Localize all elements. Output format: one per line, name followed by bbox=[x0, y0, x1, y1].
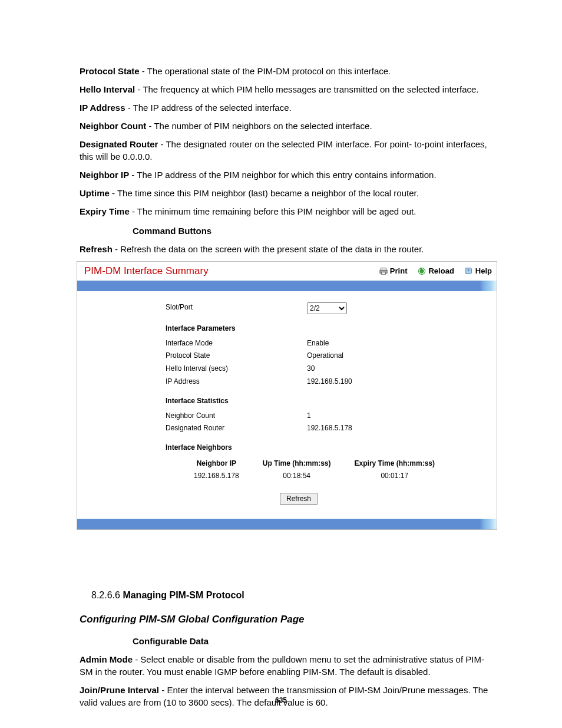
help-button[interactable]: ? Help bbox=[465, 266, 492, 276]
subsection-heading: Configuring PIM-SM Global Configuration … bbox=[80, 612, 494, 627]
print-button[interactable]: Print bbox=[379, 266, 408, 276]
def-hello-interval: Hello Interval - The frequency at which … bbox=[80, 83, 494, 95]
interface-parameters-heading: Interface Parameters bbox=[166, 324, 485, 334]
slot-port-label: Slot/Port bbox=[166, 302, 307, 314]
svg-rect-2 bbox=[381, 272, 385, 275]
neighbors-table: Neighbor IP Up Time (hh:mm:ss) Expiry Ti… bbox=[182, 457, 447, 482]
def-neighbor-ip: Neighbor IP - The IP address of the PIM … bbox=[80, 169, 494, 181]
def-admin-mode: Admin Mode - Select enable or disable fr… bbox=[80, 653, 494, 678]
pim-dm-summary-panel: PIM-DM Interface Summary Print Reload ? … bbox=[77, 261, 497, 530]
svg-text:?: ? bbox=[467, 269, 470, 273]
interface-statistics-heading: Interface Statistics bbox=[166, 396, 485, 406]
slot-port-select[interactable]: 2/2 bbox=[307, 302, 347, 314]
def-uptime: Uptime - The time since this PIM neighbo… bbox=[80, 187, 494, 199]
section-heading: 8.2.6.6 Managing PIM-SM Protocol bbox=[91, 589, 494, 602]
interface-neighbors-heading: Interface Neighbors bbox=[166, 443, 485, 453]
reload-icon bbox=[418, 267, 426, 275]
row-protocol-state: Protocol StateOperational bbox=[166, 351, 485, 361]
row-ip-address: IP Address192.168.5.180 bbox=[166, 377, 485, 387]
def-neighbor-count: Neighbor Count - The number of PIM neigh… bbox=[80, 120, 494, 132]
table-row: 192.168.5.178 00:18:54 00:01:17 bbox=[182, 470, 447, 482]
svg-rect-0 bbox=[381, 268, 386, 271]
col-expiry-time: Expiry Time (hh:mm:ss) bbox=[343, 457, 447, 470]
refresh-button[interactable]: Refresh bbox=[280, 493, 318, 505]
help-icon: ? bbox=[465, 267, 473, 275]
configurable-data-heading: Configurable Data bbox=[133, 635, 494, 647]
page-number: 635 bbox=[0, 696, 562, 706]
def-expiry-time: Expiry Time - The minimum time remaining… bbox=[80, 205, 494, 218]
col-neighbor-ip: Neighbor IP bbox=[182, 457, 251, 470]
row-hello-interval: Hello Interval (secs)30 bbox=[166, 364, 485, 374]
panel-top-bar bbox=[77, 281, 497, 291]
row-neighbor-count: Neighbor Count1 bbox=[166, 411, 485, 421]
reload-button[interactable]: Reload bbox=[418, 266, 454, 276]
def-ip-address: IP Address - The IP address of the selec… bbox=[80, 101, 494, 114]
row-interface-mode: Interface ModeEnable bbox=[166, 338, 485, 348]
col-up-time: Up Time (hh:mm:ss) bbox=[251, 457, 343, 470]
printer-icon bbox=[379, 267, 388, 275]
def-refresh: Refresh - Refresh the data on the screen… bbox=[80, 243, 494, 255]
row-designated-router: Designated Router192.168.5.178 bbox=[166, 423, 485, 433]
def-protocol-state: Protocol State - The operational state o… bbox=[80, 65, 494, 77]
def-designated-router: Designated Router - The designated route… bbox=[80, 138, 494, 163]
panel-title: PIM-DM Interface Summary bbox=[84, 264, 209, 278]
command-buttons-heading: Command Buttons bbox=[133, 225, 494, 237]
panel-bottom-bar bbox=[77, 519, 497, 529]
